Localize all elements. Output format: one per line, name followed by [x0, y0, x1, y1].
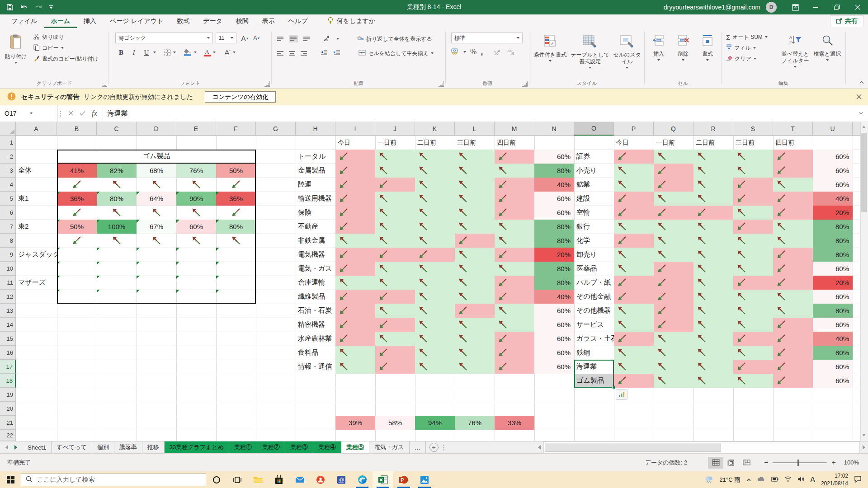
- notification-center-icon[interactable]: [854, 475, 862, 484]
- cell-S16[interactable]: [733, 346, 773, 360]
- sheet-tab-すべてって[interactable]: すべてって: [52, 441, 92, 453]
- formula-bar-handle[interactable]: [60, 105, 61, 122]
- cell-O8[interactable]: 化学: [574, 234, 614, 248]
- autosum-button[interactable]: Σ オート SUM: [724, 32, 769, 42]
- dialog-launcher-icon[interactable]: [522, 81, 528, 87]
- cell-D4[interactable]: [137, 178, 176, 192]
- cell-C4[interactable]: [97, 178, 137, 192]
- zoom-in-button[interactable]: +: [831, 459, 835, 467]
- cell-B5[interactable]: 36%: [57, 192, 97, 206]
- cell-L21[interactable]: 76%: [455, 416, 495, 430]
- cell-T14[interactable]: [773, 318, 813, 332]
- comma-style-button[interactable]: ,: [481, 47, 483, 57]
- cell-J9[interactable]: [375, 248, 415, 262]
- cell-L5[interactable]: [455, 192, 495, 206]
- delete-cells-button[interactable]: 削除: [672, 31, 694, 61]
- decrease-decimal-icon[interactable]: .00→.0: [507, 48, 517, 56]
- cell-I4[interactable]: [335, 178, 375, 192]
- cell-C7[interactable]: 100%: [97, 220, 137, 234]
- wrap-text-button[interactable]: ab 折り返して全体を表示する: [355, 33, 434, 44]
- cell-J15[interactable]: [375, 332, 415, 346]
- cell-Q12[interactable]: [654, 290, 693, 304]
- cell-Q9[interactable]: [654, 248, 693, 262]
- cell-R9[interactable]: [693, 248, 733, 262]
- cell-S15[interactable]: [733, 332, 773, 346]
- cell-T2[interactable]: [773, 150, 813, 164]
- hscroll-thumb[interactable]: [545, 443, 721, 452]
- cell-B7[interactable]: 50%: [57, 220, 97, 234]
- cell-N14[interactable]: 60%: [534, 318, 574, 332]
- cell-C9[interactable]: [97, 248, 137, 262]
- cell-T12[interactable]: [773, 290, 813, 304]
- cell-B9[interactable]: [57, 248, 97, 262]
- cell-P17[interactable]: [614, 360, 654, 374]
- cell-R4[interactable]: [693, 178, 733, 192]
- cell-A11[interactable]: マザーズ: [16, 276, 57, 290]
- cell-H13[interactable]: 石油・石炭: [296, 304, 335, 318]
- cell-T1[interactable]: 四日前: [773, 136, 813, 150]
- battery-icon[interactable]: [771, 476, 778, 483]
- cell-T17[interactable]: [773, 360, 813, 374]
- cell-H17[interactable]: 情報・通信: [296, 360, 335, 374]
- cell-S14[interactable]: [733, 318, 773, 332]
- cell-M9[interactable]: [495, 248, 534, 262]
- cell-O4[interactable]: 鉱業: [574, 178, 614, 192]
- cell-R13[interactable]: [693, 304, 733, 318]
- cell-E6[interactable]: [176, 206, 216, 220]
- row-header-15[interactable]: 15: [0, 332, 16, 346]
- cell-R5[interactable]: [693, 192, 733, 206]
- cell-L6[interactable]: [455, 206, 495, 220]
- mail-icon[interactable]: [289, 471, 310, 488]
- cell-C11[interactable]: [97, 276, 137, 290]
- increase-indent-icon[interactable]: [333, 50, 340, 57]
- zoom-slider-thumb[interactable]: [797, 460, 799, 466]
- cell-M3[interactable]: [495, 164, 534, 178]
- cell-J10[interactable]: [375, 262, 415, 276]
- cell-I6[interactable]: [335, 206, 375, 220]
- cell-F8[interactable]: [216, 234, 256, 248]
- cell-F5[interactable]: 36%: [216, 192, 256, 206]
- clear-button[interactable]: クリア: [724, 53, 769, 64]
- cell-H4[interactable]: 陸運: [296, 178, 335, 192]
- cell-U4[interactable]: 60%: [813, 178, 853, 192]
- account-email[interactable]: dryyourtearswithlove1@gmail.com: [664, 4, 760, 11]
- cell-J13[interactable]: [375, 304, 415, 318]
- cell-I9[interactable]: [335, 248, 375, 262]
- taskbar-clock[interactable]: 17:02 2021/08/14: [821, 472, 848, 487]
- cortana-icon[interactable]: [206, 471, 227, 488]
- cancel-icon[interactable]: [68, 110, 73, 117]
- hscroll-right-icon[interactable]: [863, 445, 865, 450]
- cell-D8[interactable]: [137, 234, 176, 248]
- row-header-11[interactable]: 11: [0, 276, 16, 290]
- avatar[interactable]: D: [766, 2, 777, 13]
- column-header-T[interactable]: T: [773, 122, 813, 136]
- ribbon-tab-ホーム[interactable]: ホーム: [44, 14, 77, 28]
- cell-J11[interactable]: [375, 276, 415, 290]
- cell-M7[interactable]: [495, 220, 534, 234]
- row-header-16[interactable]: 16: [0, 346, 16, 360]
- row-header-2[interactable]: 2: [0, 150, 16, 164]
- format-painter-button[interactable]: 書式のコピー/貼り付け: [32, 53, 100, 64]
- cell-F9[interactable]: [216, 248, 256, 262]
- cell-J5[interactable]: [375, 192, 415, 206]
- cell-L12[interactable]: [455, 290, 495, 304]
- row-header-10[interactable]: 10: [0, 262, 16, 276]
- cell-U13[interactable]: 80%: [813, 304, 853, 318]
- cell-F4[interactable]: [216, 178, 256, 192]
- cell-P18[interactable]: [614, 374, 654, 388]
- cell-M11[interactable]: [495, 276, 534, 290]
- cell-D10[interactable]: [137, 262, 176, 276]
- number-format-select[interactable]: 標準: [451, 33, 523, 43]
- cell-J21[interactable]: 58%: [375, 416, 415, 430]
- cell-K16[interactable]: [415, 346, 455, 360]
- cell-I17[interactable]: [335, 360, 375, 374]
- row-header-12[interactable]: 12: [0, 290, 16, 304]
- weather-icon[interactable]: [705, 475, 714, 484]
- align-middle-icon[interactable]: [289, 35, 298, 42]
- column-header-P[interactable]: P: [614, 122, 654, 136]
- cell-S6[interactable]: [733, 206, 773, 220]
- cell-I16[interactable]: [335, 346, 375, 360]
- cell-L10[interactable]: [455, 262, 495, 276]
- cell-E7[interactable]: 60%: [176, 220, 216, 234]
- expand-formula-bar-icon[interactable]: [859, 105, 868, 122]
